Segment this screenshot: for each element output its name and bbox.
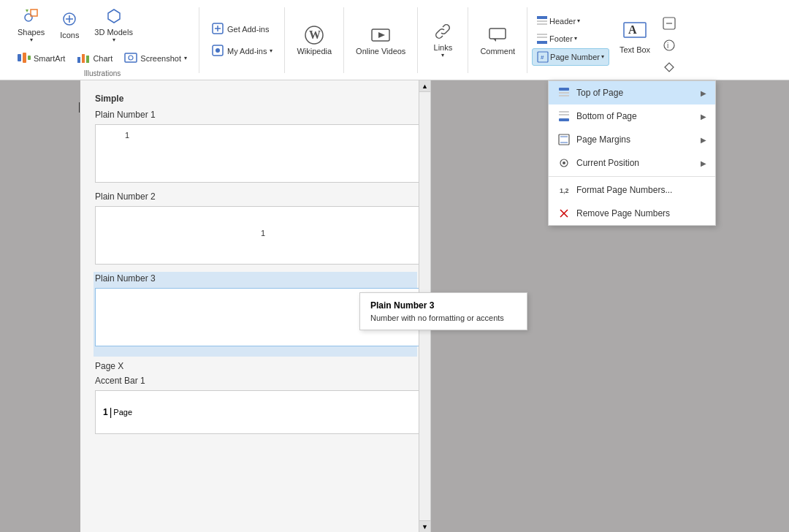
addins-section: Get Add-ins My Add-ins ▾ <box>199 7 285 73</box>
svg-rect-40 <box>559 88 569 91</box>
svg-rect-43 <box>559 111 569 113</box>
get-addins-label: Get Add-ins <box>227 25 269 34</box>
text-box-button[interactable]: A Text Box <box>615 13 655 57</box>
comment-button[interactable]: Comment <box>476 22 519 58</box>
plain3-label: Plain Number 3 <box>95 273 416 284</box>
menu-top-of-page[interactable]: Top of Page ▶ <box>549 81 715 104</box>
svg-text:W: W <box>309 28 321 41</box>
links-button[interactable]: Links ▾ <box>425 18 460 61</box>
wikipedia-button[interactable]: W Wikipedia <box>292 22 336 58</box>
online-videos-section: Online Videos <box>344 7 418 73</box>
svg-rect-8 <box>23 53 26 63</box>
screenshot-icon <box>124 51 137 64</box>
svg-rect-41 <box>559 92 569 94</box>
menu-remove-page-numbers-left: Remove Page Numbers <box>557 207 670 220</box>
svg-text:#: # <box>541 54 544 61</box>
remove-page-numbers-icon <box>557 207 571 220</box>
plain1-preview[interactable]: 1 <box>95 124 431 183</box>
svg-rect-27 <box>537 20 547 22</box>
current-position-label: Current Position <box>576 158 639 168</box>
plain2-preview[interactable]: 1 <box>95 206 431 265</box>
menu-current-position-left: Current Position <box>557 156 639 170</box>
page-number-button[interactable]: # Page Number ▾ <box>532 48 609 66</box>
svg-rect-13 <box>125 53 137 62</box>
illustrations-section-label: Illustrations <box>13 69 191 77</box>
accent-bar-content: 1 | Page <box>96 402 140 422</box>
page-margins-label: Page Margins <box>576 134 630 145</box>
links-label: Links <box>434 43 453 52</box>
scroll-up-btn[interactable]: ▲ <box>419 80 430 92</box>
svg-point-50 <box>563 162 565 164</box>
screenshot-button[interactable]: Screenshot ▾ <box>120 49 191 68</box>
menu-current-position[interactable]: Current Position ▶ <box>549 151 715 175</box>
get-addins-button[interactable]: Get Add-ins <box>207 20 273 39</box>
illustrations-section: Shapes ▾ Icons 3D Models ▾ <box>6 7 199 73</box>
format-page-numbers-icon: 1,2 <box>557 183 571 197</box>
svg-rect-29 <box>537 34 547 35</box>
wikipedia-label: Wikipedia <box>297 47 332 56</box>
current-position-arrow: ▶ <box>701 159 706 167</box>
comment-section: Comment <box>468 7 527 73</box>
icons-button[interactable]: Icons <box>52 6 87 42</box>
comment-label: Comment <box>480 47 515 56</box>
page-margins-arrow: ▶ <box>701 136 706 144</box>
shapes-dropdown-icon: ▾ <box>30 37 33 43</box>
menu-format-page-numbers[interactable]: 1,2 Format Page Numbers... <box>549 178 715 202</box>
scroll-down-btn[interactable]: ▼ <box>419 520 430 532</box>
3d-models-dropdown-icon: ▾ <box>113 37 115 43</box>
svg-text:1,2: 1,2 <box>560 187 569 194</box>
icons-label: Icons <box>60 31 79 39</box>
illustrations-row-bottom: SmartArt Chart Screenshot ▾ <box>13 49 191 68</box>
svg-text:A: A <box>628 23 637 36</box>
menu-page-margins[interactable]: Page Margins ▶ <box>549 128 715 151</box>
footer-icon <box>536 33 548 45</box>
svg-point-14 <box>129 56 133 60</box>
comment-icon <box>487 25 508 45</box>
3d-models-label: 3D Models <box>94 28 133 37</box>
svg-rect-46 <box>559 134 569 145</box>
menu-remove-page-numbers[interactable]: Remove Page Numbers <box>549 202 715 225</box>
footer-label: Footer <box>549 34 573 43</box>
toolbar: Shapes ▾ Icons 3D Models ▾ <box>0 0 789 80</box>
bottom-of-page-arrow: ▶ <box>701 113 706 121</box>
text-box-icon: A <box>621 16 649 44</box>
smartart-button[interactable]: SmartArt <box>13 49 69 68</box>
menu-bottom-of-page-left: Bottom of Page <box>557 110 637 123</box>
accent-separator: | <box>110 406 113 418</box>
extra-icons-section: i <box>660 10 681 77</box>
top-of-page-label: Top of Page <box>576 88 623 98</box>
svg-marker-2 <box>26 10 28 12</box>
header-button[interactable]: Header ▾ <box>532 13 609 29</box>
icon-btn-1[interactable] <box>660 13 681 34</box>
svg-rect-24 <box>489 28 506 39</box>
get-addins-icon <box>211 22 224 35</box>
current-position-icon <box>557 156 571 170</box>
menu-separator-1 <box>549 176 715 177</box>
online-videos-button[interactable]: Online Videos <box>351 22 410 58</box>
svg-point-38 <box>664 40 674 50</box>
plain2-number: 1 <box>261 229 265 238</box>
svg-rect-7 <box>18 54 21 61</box>
bottom-of-page-label: Bottom of Page <box>576 111 637 121</box>
shapes-icon <box>21 6 42 26</box>
svg-rect-31 <box>537 41 547 44</box>
my-addins-button[interactable]: My Add-ins ▾ <box>207 42 277 61</box>
chart-label: Chart <box>93 54 113 63</box>
page-number-label: Page Number <box>550 53 600 61</box>
menu-top-of-page-left: Top of Page <box>557 86 623 99</box>
accent-page-text: Page <box>113 408 132 417</box>
cursor <box>79 102 80 113</box>
chart-button[interactable]: Chart <box>72 49 117 68</box>
chart-icon <box>77 51 90 64</box>
left-doc-area <box>0 80 80 532</box>
svg-rect-45 <box>559 118 569 121</box>
icon-btn-3[interactable] <box>660 57 681 77</box>
footer-button[interactable]: Footer ▾ <box>532 31 609 47</box>
svg-rect-9 <box>28 56 31 60</box>
shapes-button[interactable]: Shapes ▾ <box>13 3 49 46</box>
menu-bottom-of-page[interactable]: Bottom of Page ▶ <box>549 104 715 128</box>
accent1-preview[interactable]: 1 | Page <box>95 390 431 434</box>
3d-models-button[interactable]: 3D Models ▾ <box>90 3 137 46</box>
icon-btn-2[interactable]: i <box>660 35 681 56</box>
header-icon <box>536 15 548 27</box>
